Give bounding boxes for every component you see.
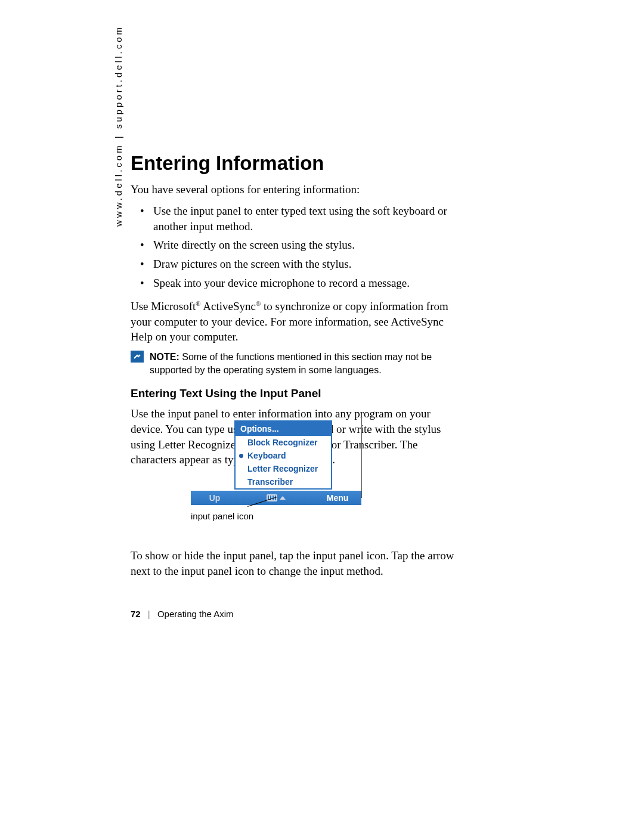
footer-divider: | [148,609,150,619]
sync-text-mid: ActiveSync [201,300,256,312]
popup-item-transcriber[interactable]: Transcriber [236,475,331,488]
bullet-item: Write directly on the screen using the s… [153,237,465,253]
bullet-item: Draw pictures on the screen with the sty… [153,256,465,272]
bullet-item: Speak into your device microphone to rec… [153,275,465,291]
registered-icon: ® [196,300,200,307]
document-page: www.dell.com | support.dell.com Entering… [0,0,644,833]
up-button[interactable]: Up [191,493,239,503]
input-panel-button[interactable] [239,494,314,501]
popup-header[interactable]: Options... [236,422,331,436]
popup-item-keyboard[interactable]: Keyboard [236,449,331,462]
page-heading: Entering Information [131,152,465,175]
intro-text: You have several options for entering in… [131,183,465,196]
sub-heading: Entering Text Using the Input Panel [131,387,465,400]
page-number: 72 [131,609,141,619]
note-body: Some of the functions mentioned in this … [150,352,432,375]
side-url-text: www.dell.com | support.dell.com [113,25,123,227]
arrow-up-icon [280,496,286,500]
bottom-bar: Up Menu [191,491,361,505]
note-icon [131,351,144,363]
popup-item-letter-recognizer[interactable]: Letter Recognizer [236,462,331,475]
note-block: NOTE: Some of the functions mentioned in… [131,351,465,376]
bullet-list: Use the input panel to enter typed text … [131,203,465,290]
menu-button[interactable]: Menu [314,493,361,503]
bullet-item: Use the input panel to enter typed text … [153,203,465,234]
note-text: NOTE: Some of the functions mentioned in… [150,351,465,376]
note-label: NOTE: [150,352,179,362]
page-footer: 72 | Operating the Axim [131,609,234,619]
scroll-rule [361,414,362,498]
after-figure-paragraph: To show or hide the input panel, tap the… [131,548,465,578]
popup-item-block-recognizer[interactable]: Block Recognizer [236,436,331,449]
footer-title: Operating the Axim [157,609,234,619]
sync-text-pre: Use Microsoft [131,300,196,312]
sync-paragraph: Use Microsoft® ActiveSync® to synchroniz… [131,299,465,345]
input-method-popup: Options... Block Recognizer Keyboard Let… [234,420,332,490]
callout-label: input panel icon [191,511,253,521]
